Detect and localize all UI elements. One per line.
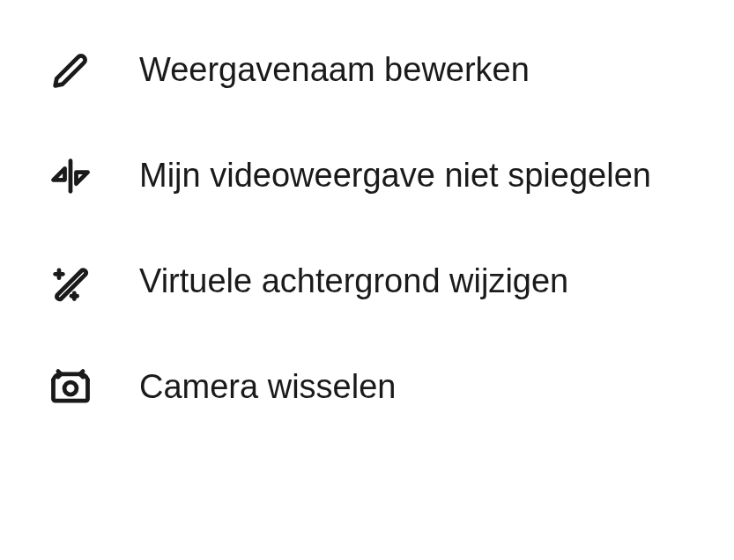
video-menu-list: Weergavenaam bewerken Mijn videoweergave… bbox=[0, 18, 734, 440]
camera-switch-icon bbox=[44, 361, 97, 414]
menu-label: Camera wisselen bbox=[139, 366, 396, 409]
menu-item-edit-display-name[interactable]: Weergavenaam bewerken bbox=[0, 18, 734, 123]
menu-item-no-mirror-video[interactable]: Mijn videoweergave niet spiegelen bbox=[0, 123, 734, 229]
menu-label: Mijn videoweergave niet spiegelen bbox=[139, 155, 651, 197]
magic-wand-icon bbox=[44, 255, 97, 308]
mirror-flip-icon bbox=[44, 150, 97, 203]
menu-label: Weergavenaam bewerken bbox=[139, 49, 530, 92]
svg-point-5 bbox=[64, 382, 77, 394]
menu-item-switch-camera[interactable]: Camera wisselen bbox=[0, 335, 734, 440]
pencil-icon bbox=[44, 44, 97, 97]
menu-label: Virtuele achtergrond wijzigen bbox=[139, 261, 568, 303]
menu-item-virtual-background[interactable]: Virtuele achtergrond wijzigen bbox=[0, 229, 734, 335]
